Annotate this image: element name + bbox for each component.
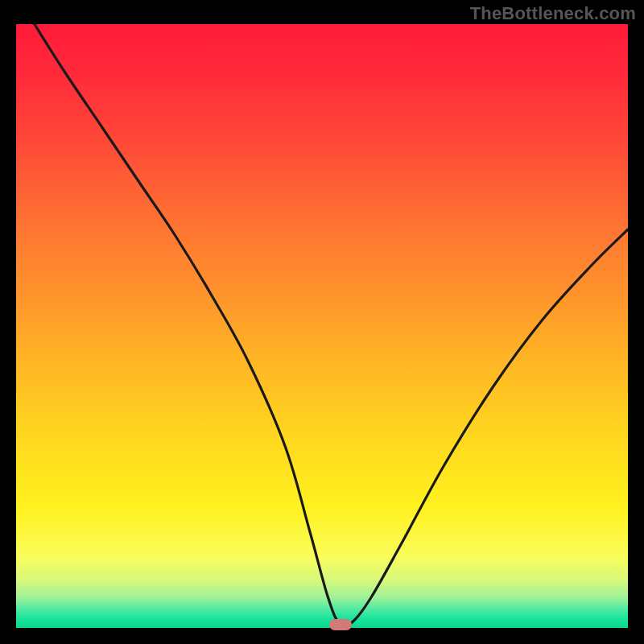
plot-area [16, 24, 628, 628]
watermark-text: TheBottleneck.com [470, 3, 636, 24]
minimum-marker [329, 619, 352, 630]
bottleneck-curve [16, 24, 628, 628]
chart-frame: TheBottleneck.com [0, 0, 644, 644]
